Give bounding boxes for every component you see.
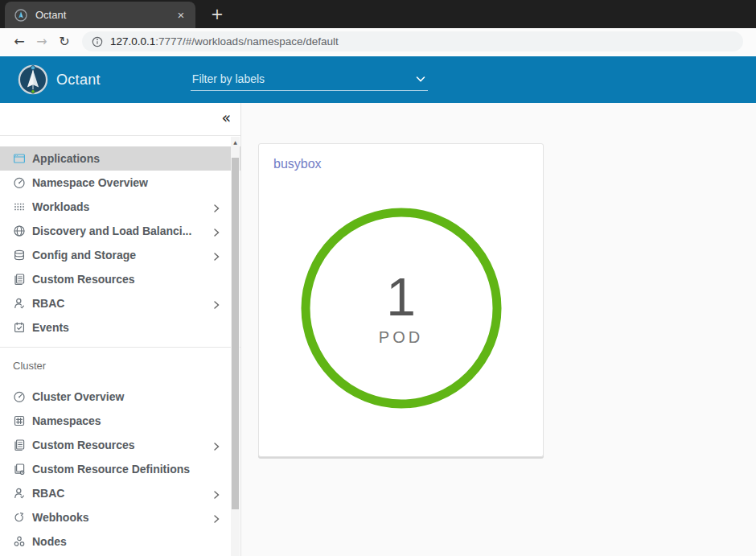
applications-icon [13,152,26,165]
pod-status-donut: 1 POD [301,208,502,409]
app-header: Octant Filter by labels [0,56,756,103]
sidebar-item-rbac[interactable]: RBAC [0,291,240,315]
main-content: busybox 1 POD [241,103,756,556]
sidebar-item-webhooks[interactable]: Webhooks [0,505,240,529]
sidebar-item-label: RBAC [32,487,205,500]
sidebar-item-config-and-storage[interactable]: Config and Storage [0,243,240,267]
sidebar-item-label: Namespaces [32,414,221,427]
sidebar-item-discovery-load-balancing[interactable]: Discovery and Load Balanci... [0,219,240,243]
browser-toolbar: ← → ↻ 127.0.0.1:7777/#/workloads/namespa… [0,28,756,55]
sidebar-item-cluster-custom-resources[interactable]: Custom Resources [0,433,240,457]
tab-title: Octant [35,9,173,21]
sidebar-item-label: Webhooks [32,511,205,524]
back-icon[interactable]: ← [8,31,31,53]
browser-tab[interactable]: Octant × [5,2,195,28]
sidebar-item-custom-resource-definitions[interactable]: Custom Resource Definitions [0,457,240,481]
gauge-icon [13,176,26,189]
donut-center: 1 POD [301,208,502,409]
calendar-check-icon [13,321,26,334]
app-brand: Octant [56,72,101,89]
divider [0,347,240,348]
pod-unit-label: POD [379,328,423,347]
sidebar-item-label: Custom Resources [32,273,221,286]
octant-favicon-icon [14,9,27,22]
forward-icon[interactable]: → [31,31,53,53]
scroll-up-icon[interactable]: ▲ [231,137,240,148]
octant-logo-icon [18,64,48,95]
sidebar-item-label: Config and Storage [32,249,205,262]
sidebar-item-cluster-overview[interactable]: Cluster Overview [0,385,240,409]
sidebar-item-label: Namespace Overview [32,176,221,189]
collapse-sidebar-icon[interactable]: « [221,109,231,126]
chevron-right-icon [212,440,221,450]
cluster-section-label: Cluster [0,359,240,373]
nodes-icon [13,535,26,548]
namespace-grid-icon [13,414,26,427]
sidebar-item-label: Events [32,321,221,334]
user-icon [13,487,26,500]
sidebar-item-events[interactable]: Events [0,315,240,340]
filter-by-labels-input[interactable]: Filter by labels [191,69,428,91]
chevron-right-icon [212,226,221,236]
chevron-right-icon [212,299,221,308]
browser-tab-bar: Octant × + [0,0,756,28]
file-settings-icon [13,463,26,476]
filter-placeholder: Filter by labels [192,72,265,85]
scrollbar-thumb[interactable] [232,158,239,509]
url-path: :7777/#/workloads/namespace/default [155,35,338,47]
file-group-icon [13,439,26,451]
close-tab-icon[interactable]: × [173,7,189,23]
sidebar-item-label: Nodes [32,535,221,548]
sidebar-scrollbar[interactable]: ▲ [231,137,240,556]
sidebar: « Applications [0,103,241,556]
sidebar-item-label: Custom Resource Definitions [32,463,221,476]
chevron-right-icon [212,488,221,498]
sidebar-item-namespace-overview[interactable]: Namespace Overview [0,171,240,195]
sidebar-top: « [0,103,240,135]
sidebar-item-label: RBAC [32,297,205,310]
sidebar-item-workloads[interactable]: Workloads [0,195,240,219]
chevron-right-icon [212,513,221,522]
user-icon [13,297,26,310]
sidebar-item-label: Workloads [32,200,205,213]
address-bar[interactable]: 127.0.0.1:7777/#/workloads/namespace/def… [82,31,743,51]
file-group-icon [13,273,26,286]
sidebar-item-label: Applications [32,152,221,165]
storage-icon [13,249,26,262]
namespace-nav: Applications Namespace Overview [0,136,240,554]
pod-count: 1 [386,270,416,323]
sidebar-item-label: Discovery and Load Balanci... [32,224,205,237]
busybox-link[interactable]: busybox [273,157,322,171]
sidebar-item-cluster-rbac[interactable]: RBAC [0,481,240,505]
sidebar-item-label: Cluster Overview [32,390,221,403]
grid-dots-icon [13,200,26,213]
url-text: 127.0.0.1:7777/#/workloads/namespace/def… [110,35,339,47]
gauge-icon [13,390,26,403]
workload-card-busybox: busybox 1 POD [258,143,544,457]
chevron-down-icon[interactable] [415,73,426,84]
chevron-right-icon [212,250,221,260]
network-globe-icon [13,224,26,237]
chevron-right-icon [212,202,221,212]
hook-icon [13,511,26,524]
cluster-nav: Cluster Overview Namespaces [0,385,240,554]
sidebar-item-label: Custom Resources [32,439,205,451]
page-info-icon[interactable] [92,36,103,47]
new-tab-button[interactable]: + [205,2,229,27]
reload-icon[interactable]: ↻ [53,31,76,53]
sidebar-item-nodes[interactable]: Nodes [0,529,240,554]
sidebar-item-custom-resources[interactable]: Custom Resources [0,267,240,291]
url-host: 127.0.0.1 [110,35,155,47]
sidebar-item-namespaces[interactable]: Namespaces [0,409,240,433]
sidebar-item-applications[interactable]: Applications [0,146,240,171]
